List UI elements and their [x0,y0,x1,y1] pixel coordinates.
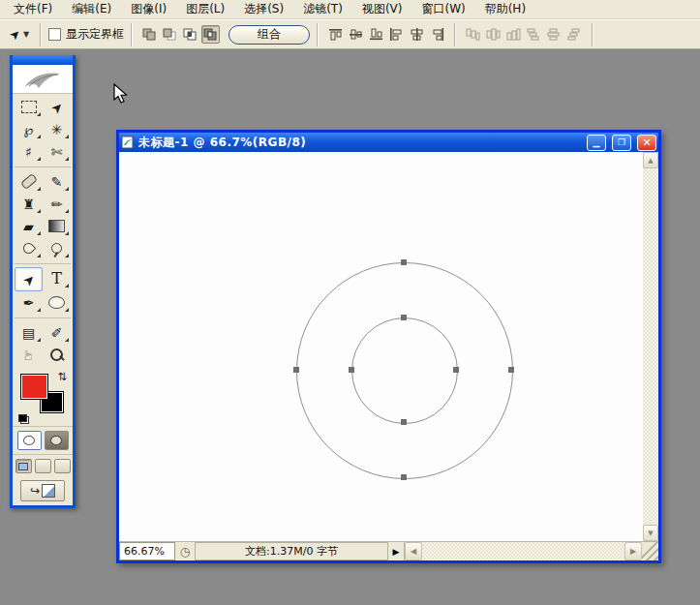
dodge-tool[interactable] [43,237,71,259]
notes-tool[interactable]: ▤ [15,321,43,344]
standard-screen-mode-button[interactable] [15,459,32,473]
blur-tool[interactable] [15,237,43,259]
type-tool[interactable]: T [43,267,71,289]
horizontal-scrollbar[interactable]: ◀ ▶ [405,542,642,560]
subtract-from-shape-area-button[interactable] [161,25,179,44]
pen-icon: ✒ [23,296,35,310]
scroll-left-icon[interactable]: ◀ [405,542,422,560]
scroll-down-icon[interactable]: ▼ [643,525,658,541]
document-title-bar[interactable]: 未标题-1 @ 66.7%(RGB/8) ▁ ❐ ✕ [119,133,658,152]
show-bounding-box-checkbox[interactable] [48,28,61,41]
mask-mode-row [13,426,73,454]
toolbox-palette: ➤ ℘ ✳ ♯ ✄ ✎ ♜ ✏ ▰ ➤ T ✒ ▤ ✐ ☞ [10,55,76,508]
standard-mode-icon [23,436,35,445]
anchor-point[interactable] [401,259,407,265]
menu-help[interactable]: 帮助(H) [475,0,535,19]
slice-tool[interactable]: ✄ [43,140,71,163]
close-button[interactable]: ✕ [637,135,656,151]
separator [317,23,319,46]
align-right-edges-icon[interactable] [429,27,445,42]
anchor-point[interactable] [401,315,407,320]
shape-path-circle[interactable] [351,318,458,424]
status-flyout-icon[interactable]: ▶ [388,542,405,560]
eyedropper-tool[interactable]: ✐ [43,321,71,344]
scroll-right-icon[interactable]: ▶ [624,542,642,560]
menu-select[interactable]: 选择(S) [234,0,293,19]
toolbox-title-bar[interactable] [13,55,73,65]
canvas[interactable] [119,152,643,541]
show-bounding-box-label: 显示定界框 [66,26,124,43]
anchor-point[interactable] [453,367,459,373]
jump-to-imageready-button[interactable]: ↪ [20,480,65,501]
exclude-overlapping-shape-areas-button[interactable] [201,25,220,44]
brush-tool[interactable]: ✎ [43,170,71,193]
eraser-tool[interactable]: ▰ [15,215,43,237]
resize-grip[interactable] [642,542,658,560]
lasso-tool[interactable]: ℘ [15,118,43,140]
document-window: 未标题-1 @ 66.7%(RGB/8) ▁ ❐ ✕ ▲ ▼ 66.67% ◷ … [116,130,661,563]
menu-edit[interactable]: 编辑(E) [62,0,121,19]
timer-icon[interactable]: ◷ [175,542,195,560]
quick-mask-mode-button[interactable] [45,431,69,450]
zoom-percentage-field[interactable]: 66.67% [119,542,175,560]
rectangular-marquee-tool[interactable] [15,96,43,118]
gradient-icon [48,220,65,232]
history-brush-icon: ✏ [51,197,63,211]
menu-image[interactable]: 图像(I) [121,0,176,19]
align-vertical-centers-icon[interactable] [348,27,364,42]
anchor-point[interactable] [293,367,299,373]
fullscreen-mode-button[interactable] [54,459,71,473]
anchor-point[interactable] [401,419,407,425]
add-to-shape-area-button[interactable] [140,25,159,44]
vertical-scroll-track[interactable] [643,168,658,525]
tool-preset-picker[interactable]: ➤ ▼ [6,25,33,44]
foreground-color-swatch[interactable] [20,374,48,400]
fullscreen-with-menu-button[interactable] [35,459,51,473]
horizontal-scroll-track[interactable] [422,542,624,560]
align-top-edges-icon[interactable] [327,27,344,42]
maximize-button[interactable]: ❐ [612,135,631,151]
screen-mode-row [13,454,73,477]
move-tool[interactable]: ➤ [43,96,71,118]
pen-tool[interactable]: ✒ [15,291,43,314]
menu-window[interactable]: 窗口(W) [411,0,474,19]
zoom-tool[interactable] [43,344,71,366]
healing-brush-tool[interactable] [15,170,43,193]
gradient-tool[interactable] [43,215,71,237]
blur-drop-icon [21,241,37,257]
path-selection-tool[interactable]: ➤ [15,267,43,291]
minimize-button[interactable]: ▁ [587,135,606,151]
menu-file[interactable]: 文件(F) [4,0,62,19]
menu-view[interactable]: 视图(V) [352,0,412,19]
default-colors-icon[interactable] [18,414,29,424]
intersect-shape-icon [183,28,198,41]
swap-colors-icon[interactable]: ⇄ [56,372,69,380]
hand-tool[interactable]: ☞ [15,344,43,366]
clone-stamp-icon: ♜ [22,197,35,211]
align-horizontal-centers-icon[interactable] [409,27,425,42]
align-bottom-edges-icon[interactable] [368,27,384,42]
anchor-point[interactable] [401,474,407,480]
anchor-point[interactable] [508,367,514,373]
combine-button[interactable]: 组合 [228,25,310,45]
scroll-up-icon[interactable]: ▲ [643,152,658,168]
show-bounding-box-option[interactable]: 显示定界框 [48,26,124,43]
vertical-scrollbar[interactable]: ▲ ▼ [643,152,658,541]
anchor-point[interactable] [349,367,354,373]
intersect-shape-areas-button[interactable] [181,25,199,44]
zoom-magnifier-icon [50,348,63,361]
photoshop-application: 文件(F) 编辑(E) 图像(I) 图层(L) 选择(S) 滤镜(T) 视图(V… [0,0,700,605]
magic-wand-tool[interactable]: ✳ [43,118,71,140]
clone-stamp-tool[interactable]: ♜ [15,193,43,215]
align-left-edges-icon[interactable] [388,27,405,42]
history-brush-tool[interactable]: ✏ [43,193,71,215]
standard-mode-button[interactable] [17,431,42,450]
crop-tool[interactable]: ♯ [15,140,43,163]
slice-icon: ✄ [51,145,63,159]
healing-brush-icon [19,173,37,190]
menu-layer[interactable]: 图层(L) [176,0,234,19]
distribute-bottom-edges-icon [505,27,522,42]
menu-filter[interactable]: 滤镜(T) [293,0,352,19]
shape-tool[interactable] [43,291,71,314]
document-icon [121,136,135,149]
